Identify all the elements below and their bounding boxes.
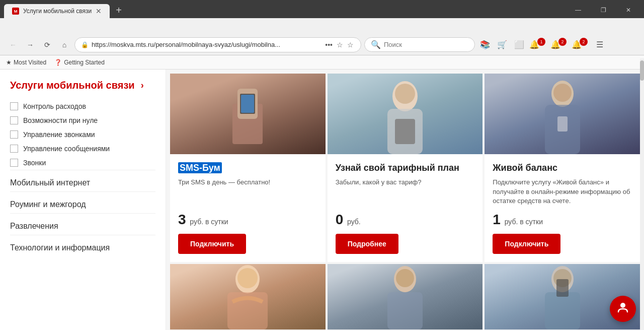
sidebar-item-vozmozhnosti[interactable]: Возможности при нуле	[10, 113, 155, 127]
address-bar[interactable]	[92, 41, 321, 48]
card-title-zhivoy: Живой баланс	[493, 162, 632, 174]
sidebar-arrow-icon: ›	[141, 80, 144, 91]
checkbox-zvonki[interactable]	[10, 159, 18, 167]
svg-point-13	[237, 268, 258, 288]
card-tariff: Узнай свой тарифный план Забыли, какой у…	[328, 74, 483, 262]
tab-favicon: М	[12, 8, 19, 15]
window-controls: — ❐ ✕	[567, 2, 640, 18]
svg-rect-3	[241, 95, 254, 113]
minimize-button[interactable]: —	[567, 2, 590, 18]
card-5	[328, 264, 483, 329]
sidebar: Услуги мобильной связи › Контроль расход…	[0, 70, 166, 330]
svg-rect-20	[545, 292, 580, 329]
lock-icon: 🔒	[81, 41, 89, 48]
svg-rect-7	[395, 119, 415, 144]
checkbox-vozmozhnosti[interactable]	[10, 116, 18, 124]
bookmark-star-button[interactable]: ☆	[336, 40, 344, 50]
card-title-highlighted: SMS-Бум	[178, 162, 222, 173]
card-connect-btn-sms-bum[interactable]: Подключить	[178, 234, 246, 254]
sidebar-section-entertainment[interactable]: Развлечения	[10, 213, 155, 235]
new-tab-button[interactable]: +	[112, 3, 126, 18]
sidebar-section-roaming[interactable]: Роуминг и межгород	[10, 191, 155, 213]
svg-point-16	[396, 269, 414, 287]
scrollbar-track[interactable]	[640, 58, 644, 330]
notification-3[interactable]: 🔔 2	[572, 40, 590, 49]
fab-icon	[616, 301, 629, 317]
bookmark-most-visited-label: Most Visited	[14, 59, 46, 66]
card-image-5	[328, 264, 483, 329]
fab-button[interactable]	[610, 296, 636, 322]
sidebar-item-zvonki[interactable]: Звонки	[10, 156, 155, 170]
card-more-btn-tariff[interactable]: Подробнее	[336, 234, 398, 254]
card-price-sms-bum: 3 руб. в сутки	[178, 212, 317, 228]
home-button[interactable]: ⌂	[57, 38, 71, 52]
refresh-button[interactable]: ⟳	[40, 38, 54, 52]
svg-point-6	[395, 84, 415, 104]
help-icon: ❓	[54, 59, 62, 66]
title-bar: М Услуги мобильной связи ✕ + — ❐ ✕	[0, 0, 644, 16]
bookmark-getting-started-label: Getting Started	[64, 59, 105, 66]
card-4	[170, 264, 326, 329]
bookmark-active-button[interactable]: ☆	[346, 40, 355, 50]
sidebar-item-zvonki-control[interactable]: Управление звонками	[10, 127, 155, 142]
sidebar-section-tech[interactable]: Технологии и информация	[10, 235, 155, 256]
svg-rect-21	[556, 279, 569, 297]
card-body-tariff: Узнай свой тарифный план Забыли, какой у…	[328, 154, 483, 262]
card-connect-btn-zhivoy[interactable]: Подключить	[493, 234, 560, 254]
sidebar-title[interactable]: Услуги мобильной связи ›	[10, 80, 155, 91]
restore-button[interactable]: ❐	[592, 2, 615, 18]
badge-2: 2	[558, 38, 567, 46]
address-bar-actions: ••• ☆ ☆	[324, 40, 355, 50]
sidebar-item-kontrol[interactable]: Контроль расходов	[10, 99, 155, 113]
main-content: SMS-Бум Три SMS в день — бесплатно! 3 ру…	[166, 70, 644, 330]
notification-2[interactable]: 🔔 2	[550, 40, 569, 49]
svg-point-22	[620, 303, 625, 308]
address-bar-container: 🔒 ••• ☆ ☆	[74, 37, 361, 52]
close-button[interactable]: ✕	[617, 2, 640, 18]
cards-grid: SMS-Бум Три SMS в день — бесплатно! 3 ру…	[168, 72, 642, 330]
badge-3: 2	[580, 38, 588, 46]
sidebar-item-soobsheniya[interactable]: Управление сообщениями	[10, 142, 155, 156]
svg-point-10	[553, 84, 572, 102]
tab-bar: М Услуги мобильной связи ✕ + — ❐ ✕	[0, 0, 644, 18]
search-input[interactable]	[384, 41, 468, 48]
bookmark-getting-started[interactable]: ❓ Getting Started	[54, 59, 105, 66]
tab-close-button[interactable]: ✕	[96, 7, 102, 15]
card-image-zhivoy-balans	[485, 74, 640, 154]
forward-button[interactable]: →	[23, 38, 37, 52]
notification-1[interactable]: 🔔 1	[529, 40, 547, 49]
card-desc-zhivoy: Подключите услугу «Живой баланс» и получ…	[493, 178, 632, 206]
card-zhivoy-balans: Живой баланс Подключите услугу «Живой ба…	[485, 74, 640, 262]
menu-button[interactable]: ☰	[593, 38, 607, 52]
more-options-button[interactable]: •••	[324, 40, 334, 50]
tab-title: Услуги мобильной связи	[23, 8, 92, 15]
card-image-sms-bum	[170, 74, 326, 154]
back-button[interactable]: ←	[6, 38, 20, 52]
card-title-tariff: Узнай свой тарифный план	[336, 162, 475, 174]
active-tab[interactable]: М Услуги мобильной связи ✕	[4, 4, 110, 18]
card-desc-sms-bum: Три SMS в день — бесплатно!	[178, 178, 317, 187]
star-icon: ★	[6, 59, 12, 66]
library-icon[interactable]: 📚	[478, 38, 492, 52]
card-price-tariff: 0 руб.	[336, 212, 475, 228]
sidebar-section-internet[interactable]: Мобильный интернет	[10, 170, 155, 191]
scrollbar-thumb[interactable]	[640, 60, 644, 81]
badge-1: 1	[537, 38, 545, 46]
checkbox-soobsheniya[interactable]	[10, 145, 18, 153]
card-body-zhivoy: Живой баланс Подключите услугу «Живой ба…	[485, 154, 640, 262]
card-body-sms-bum: SMS-Бум Три SMS в день — бесплатно! 3 ру…	[170, 154, 326, 262]
toolbar-right: 🔍 📚 🛒 ⬜ 🔔 1 🔔 2 🔔 2 ☰	[364, 37, 638, 52]
content-area: Услуги мобильной связи › Контроль расход…	[0, 70, 644, 330]
card-image-tariff	[328, 74, 483, 154]
svg-rect-11	[557, 116, 568, 131]
bookmark-most-visited[interactable]: ★ Most Visited	[6, 59, 46, 66]
search-icon: 🔍	[371, 40, 381, 49]
card-title-sms-bum: SMS-Бум	[178, 162, 317, 174]
checkbox-kontrol[interactable]	[10, 102, 18, 110]
cart-icon[interactable]: 🛒	[495, 38, 509, 52]
card-sms-bum: SMS-Бум Три SMS в день — бесплатно! 3 ру…	[170, 74, 326, 262]
sidebar-toggle-button[interactable]: ⬜	[512, 38, 526, 52]
checkbox-zvonki-control[interactable]	[10, 130, 18, 139]
search-bar-container: 🔍	[364, 37, 475, 52]
card-desc-tariff: Забыли, какой у вас тариф?	[336, 178, 475, 187]
